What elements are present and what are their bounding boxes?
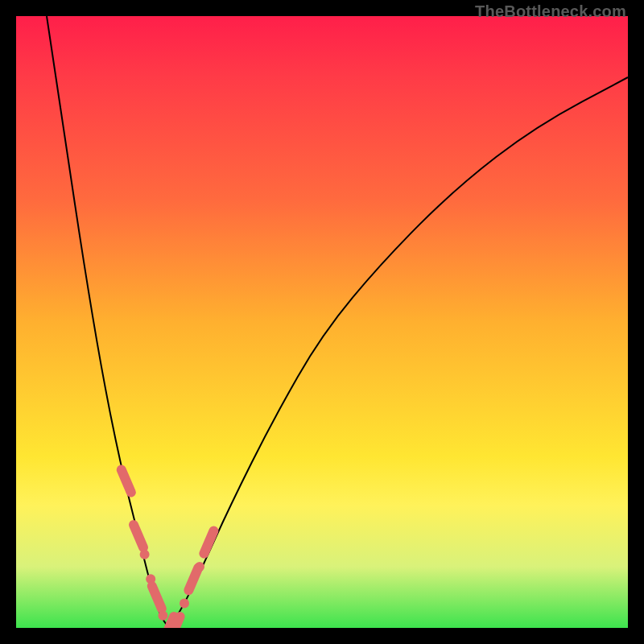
data-marker: [204, 531, 213, 554]
data-marker: [180, 599, 189, 609]
data-marker: [188, 568, 198, 590]
curve-right-arm: [169, 77, 628, 628]
data-marker: [122, 470, 131, 493]
source-label: TheBottleneck.com: [475, 2, 626, 21]
curve-layer: [16, 16, 628, 628]
plot-area: [16, 16, 628, 628]
marker-group: [122, 470, 214, 628]
curve-left-arm: [47, 16, 169, 628]
data-marker: [140, 550, 150, 559]
data-marker: [195, 562, 204, 572]
data-marker: [158, 611, 167, 621]
data-marker: [134, 525, 143, 547]
chart-frame: TheBottleneck.com: [0, 0, 644, 644]
data-marker: [152, 586, 162, 609]
